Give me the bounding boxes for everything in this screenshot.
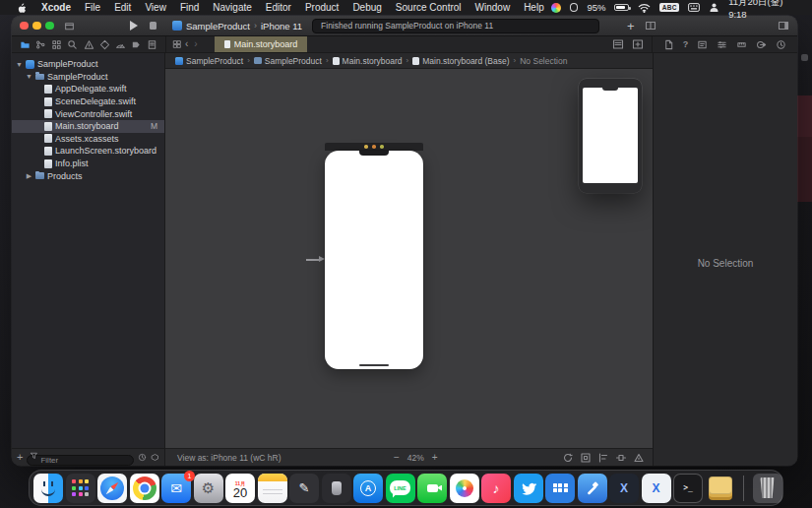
dock-safari-icon[interactable] bbox=[97, 474, 127, 503]
dock-dark-x-app-icon[interactable]: X bbox=[609, 474, 639, 503]
user-account-icon[interactable] bbox=[709, 2, 719, 13]
tree-item-infoplist[interactable]: Info.plist bbox=[12, 158, 164, 170]
dock-light-x-app-icon[interactable]: X bbox=[642, 474, 671, 503]
keyboard-icon[interactable] bbox=[688, 3, 700, 12]
source-control-navigator-icon[interactable] bbox=[35, 39, 46, 50]
storyboard-canvas[interactable] bbox=[165, 69, 653, 448]
add-constraints-icon[interactable] bbox=[615, 452, 627, 464]
connections-inspector-icon[interactable] bbox=[756, 39, 767, 50]
tree-item-appdelegate[interactable]: AppDelegate.swift bbox=[12, 83, 164, 95]
recent-files-filter-icon[interactable] bbox=[138, 453, 147, 462]
tree-item-project[interactable]: ▼ SampleProduct bbox=[12, 58, 164, 71]
menu-clock[interactable]: 11月20日(金) 9:18 bbox=[728, 0, 802, 20]
simulator-window[interactable] bbox=[579, 79, 642, 193]
view-controller-scene[interactable] bbox=[325, 151, 423, 369]
input-source-icon[interactable]: ABC bbox=[659, 3, 679, 12]
sync-status-icon[interactable] bbox=[570, 3, 579, 12]
menu-editor[interactable]: Editor bbox=[259, 0, 298, 15]
zoom-window-button[interactable] bbox=[45, 22, 54, 31]
dock-launchpad-icon[interactable] bbox=[66, 474, 95, 503]
first-responder-icon[interactable] bbox=[372, 145, 376, 149]
tree-item-launchscreen[interactable]: LaunchScreen.storyboard bbox=[12, 145, 164, 158]
quick-help-inspector-icon[interactable]: ? bbox=[683, 39, 689, 49]
thirdparty-status-icon[interactable] bbox=[551, 3, 561, 13]
stop-button[interactable] bbox=[150, 22, 157, 30]
dock-utility-app-icon[interactable] bbox=[322, 474, 351, 503]
dock-twitter-icon[interactable] bbox=[514, 474, 543, 503]
tree-item-main-storyboard[interactable]: Main.storyboard M bbox=[12, 120, 164, 133]
minimize-window-button[interactable] bbox=[32, 22, 41, 31]
menu-app-name[interactable]: Xcode bbox=[34, 0, 78, 15]
dock-system-preferences-icon[interactable]: ⚙ bbox=[194, 474, 223, 503]
add-editor-icon[interactable] bbox=[632, 38, 644, 50]
dock-finder-icon[interactable] bbox=[33, 474, 63, 503]
add-file-button[interactable]: + bbox=[17, 452, 23, 463]
editor-options-icon[interactable] bbox=[612, 38, 624, 50]
menu-window[interactable]: Window bbox=[468, 0, 518, 15]
menu-debug[interactable]: Debug bbox=[345, 0, 388, 15]
align-icon[interactable] bbox=[597, 452, 609, 464]
editor-layout-icon[interactable] bbox=[645, 20, 656, 32]
tab-main-storyboard[interactable]: Main.storyboard bbox=[215, 36, 308, 52]
dock-downloads-stack-icon[interactable] bbox=[706, 474, 735, 503]
exit-segue-icon[interactable] bbox=[380, 145, 384, 149]
dock-pencil-app-icon[interactable]: ✎ bbox=[289, 474, 319, 503]
inspector-toggle-icon[interactable] bbox=[778, 20, 789, 32]
dock-chrome-icon[interactable] bbox=[130, 474, 159, 503]
zoom-level[interactable]: 42% bbox=[407, 453, 424, 463]
file-inspector-icon[interactable] bbox=[663, 39, 674, 50]
menu-help[interactable]: Help bbox=[517, 0, 551, 15]
wifi-icon[interactable] bbox=[638, 2, 651, 13]
find-navigator-icon[interactable] bbox=[67, 39, 78, 50]
related-items-icon[interactable] bbox=[172, 39, 182, 49]
tree-item-group[interactable]: ▼ SampleProduct bbox=[12, 71, 164, 84]
scene-dock[interactable] bbox=[325, 143, 423, 151]
scm-status-filter-icon[interactable] bbox=[151, 453, 159, 462]
menu-view[interactable]: View bbox=[138, 0, 173, 15]
breadcrumb-no-selection[interactable]: No Selection bbox=[520, 56, 567, 66]
zoom-in-icon[interactable]: + bbox=[432, 453, 438, 463]
apple-menu-icon[interactable] bbox=[10, 2, 34, 14]
breadcrumb-storyboard-base[interactable]: Main.storyboard (Base) bbox=[412, 56, 509, 66]
tree-item-assets[interactable]: Assets.xcassets bbox=[12, 133, 164, 146]
disclosure-open-icon[interactable]: ▼ bbox=[16, 61, 23, 68]
history-inspector-icon[interactable] bbox=[776, 39, 786, 50]
scheme-selector[interactable]: SampleProduct › iPhone 11 bbox=[172, 21, 302, 32]
embed-in-icon[interactable] bbox=[580, 452, 592, 464]
menu-source-control[interactable]: Source Control bbox=[389, 0, 468, 15]
size-inspector-icon[interactable] bbox=[736, 39, 747, 50]
menu-find[interactable]: Find bbox=[173, 0, 206, 15]
go-forward-icon[interactable]: › bbox=[191, 39, 200, 49]
zoom-out-icon[interactable]: − bbox=[394, 453, 400, 463]
symbol-navigator-icon[interactable] bbox=[51, 39, 62, 50]
breadcrumb-group[interactable]: SampleProduct bbox=[254, 56, 322, 66]
breadcrumb-storyboard[interactable]: Main.storyboard bbox=[333, 56, 403, 66]
dock-photos-icon[interactable] bbox=[450, 474, 479, 503]
navigator-filter-input[interactable] bbox=[27, 455, 134, 466]
close-window-button[interactable] bbox=[20, 22, 29, 31]
identity-inspector-icon[interactable] bbox=[697, 39, 708, 50]
dock-notes-icon[interactable] bbox=[258, 474, 287, 503]
library-add-button[interactable]: + bbox=[627, 20, 635, 32]
disclosure-closed-icon[interactable]: ▶ bbox=[26, 172, 32, 179]
dock-trash-icon[interactable] bbox=[753, 474, 782, 503]
menu-navigate[interactable]: Navigate bbox=[206, 0, 258, 15]
dock-calendar-icon[interactable]: 11月20 bbox=[225, 474, 255, 503]
breakpoint-navigator-icon[interactable] bbox=[131, 39, 142, 50]
disclosure-open-icon[interactable]: ▼ bbox=[26, 73, 32, 80]
attributes-inspector-icon[interactable] bbox=[717, 39, 727, 50]
menu-product[interactable]: Product bbox=[298, 0, 345, 15]
tree-item-products[interactable]: ▶ Products bbox=[12, 169, 164, 182]
menu-file[interactable]: File bbox=[78, 0, 107, 15]
battery-icon[interactable] bbox=[614, 4, 629, 11]
dock-docker-icon[interactable] bbox=[545, 474, 575, 503]
issue-navigator-icon[interactable] bbox=[84, 39, 94, 50]
tree-item-scenedelegate[interactable]: SceneDelegate.swift bbox=[12, 95, 164, 108]
dock-line-icon[interactable]: LINE bbox=[386, 474, 415, 503]
window-tab-icon[interactable] bbox=[64, 21, 75, 32]
dock-facetime-icon[interactable] bbox=[417, 474, 447, 503]
run-button[interactable] bbox=[130, 21, 138, 31]
dock-music-icon[interactable]: ♪ bbox=[481, 474, 511, 503]
breadcrumb-project[interactable]: SampleProduct bbox=[175, 56, 243, 66]
dock-mail-icon[interactable]: ✉1 bbox=[161, 474, 191, 503]
